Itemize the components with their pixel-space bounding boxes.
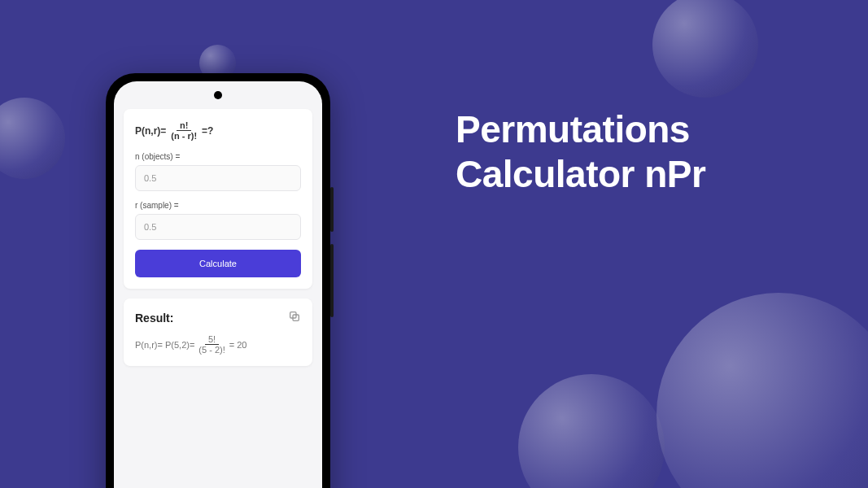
- phone-screen: P(n,r)= n! (n - r)! =? n (objects) = 0.5…: [114, 81, 322, 488]
- decorative-sphere: [0, 98, 65, 179]
- formula-suffix: =?: [202, 125, 213, 137]
- copy-icon[interactable]: [288, 310, 301, 326]
- result-card: Result: P(n,r)= P(5,2)= 5! (5 - 2)! =: [124, 298, 312, 366]
- result-heading: Result:: [135, 312, 173, 325]
- phone-side-button: [330, 187, 334, 232]
- formula-numerator: n!: [177, 120, 191, 131]
- result-denominator: (5 - 2)!: [197, 345, 226, 355]
- result-fraction: 5! (5 - 2)!: [197, 334, 226, 355]
- title-line-2: Calculator nPr: [456, 152, 705, 197]
- decorative-sphere: [652, 0, 758, 98]
- calculator-card: P(n,r)= n! (n - r)! =? n (objects) = 0.5…: [124, 109, 312, 289]
- calculate-button[interactable]: Calculate: [135, 250, 301, 277]
- page-title: Permutations Calculator nPr: [456, 107, 705, 197]
- formula-denominator: (n - r)!: [169, 131, 198, 141]
- result-expression: P(n,r)= P(5,2)= 5! (5 - 2)! = 20: [135, 334, 301, 355]
- result-numerator: 5!: [205, 334, 219, 345]
- phone-side-button: [330, 244, 334, 317]
- n-placeholder: 0.5: [144, 173, 156, 183]
- formula-fraction: n! (n - r)!: [169, 120, 198, 141]
- r-placeholder: 0.5: [144, 222, 156, 232]
- formula-display: P(n,r)= n! (n - r)! =?: [135, 120, 301, 141]
- title-line-1: Permutations: [456, 107, 705, 152]
- phone-camera-icon: [214, 91, 222, 99]
- n-input[interactable]: 0.5: [135, 165, 301, 191]
- r-label: r (sample) =: [135, 201, 301, 210]
- result-prefix: P(n,r)= P(5,2)=: [135, 340, 194, 350]
- result-value: = 20: [229, 340, 247, 350]
- n-label: n (objects) =: [135, 152, 301, 161]
- formula-lhs: P(n,r)=: [135, 125, 166, 137]
- calculate-label: Calculate: [199, 259, 237, 268]
- phone-frame: P(n,r)= n! (n - r)! =? n (objects) = 0.5…: [106, 73, 330, 488]
- decorative-sphere: [656, 293, 868, 488]
- decorative-sphere: [518, 374, 665, 488]
- r-input[interactable]: 0.5: [135, 214, 301, 240]
